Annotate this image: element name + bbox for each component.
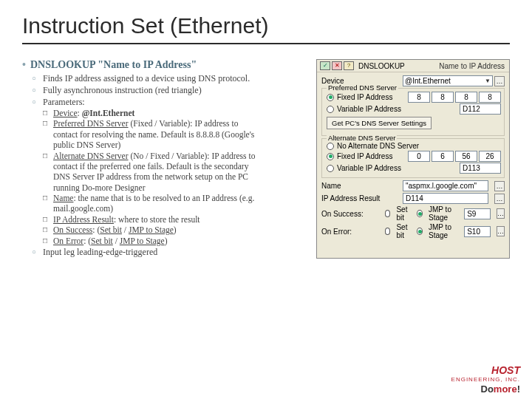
param-device: Device: @Int.Ethernet bbox=[53, 108, 313, 118]
radio-no-alt[interactable] bbox=[327, 143, 334, 150]
bullet-params: Parameters: Device: @Int.Ethernet Prefer… bbox=[43, 97, 313, 246]
param-succ: On Success: (Set bit / JMP to Stage) bbox=[53, 225, 313, 235]
device-picker-button[interactable]: … bbox=[494, 76, 505, 86]
err-stage-field[interactable]: S10 bbox=[464, 226, 491, 237]
device-combo[interactable]: @Int.Ethernet▼ bbox=[403, 75, 493, 86]
param-name: Name: the name that is to be resolved to… bbox=[53, 193, 313, 214]
ipresult-label: IP Address Result bbox=[321, 194, 398, 202]
ipresult-field[interactable]: D114 bbox=[403, 193, 488, 204]
ip-octet-4[interactable]: 8 bbox=[479, 92, 501, 103]
ip-octet-1[interactable]: 8 bbox=[408, 92, 430, 103]
bullet-async: Fully asynchronous instruction (red tria… bbox=[43, 85, 235, 96]
param-ipr: IP Address Result: where to store the re… bbox=[53, 214, 313, 225]
get-pc-dns-button[interactable]: Get PC's DNS Server Settings bbox=[327, 117, 432, 129]
ip-octet-2[interactable]: 8 bbox=[432, 92, 454, 103]
bullet-leg: Input leg leading-edge-triggered bbox=[43, 247, 313, 258]
err-radio-setbit[interactable] bbox=[385, 228, 391, 235]
param-pref: Preferred DNS Server (Fixed / Variable):… bbox=[53, 118, 260, 150]
ipresult-picker-button[interactable]: … bbox=[494, 194, 505, 204]
dnslookup-dialog: ✓ ✕ ? DNSLOOKUP Name to IP Address Devic… bbox=[316, 59, 510, 259]
var-ip-field[interactable]: D112 bbox=[460, 103, 501, 115]
onerror-label: On Error: bbox=[321, 228, 381, 236]
onsuccess-label: On Success: bbox=[321, 210, 381, 218]
cancel-button[interactable]: ✕ bbox=[332, 61, 342, 70]
footer-logo: HOSTENGINEERING, INC. Domore! bbox=[451, 364, 520, 395]
succ-stage-field[interactable]: S9 bbox=[464, 208, 491, 219]
param-err: On Error: (Set bit / JMP to Stage) bbox=[53, 236, 313, 246]
radio-variable-ip[interactable] bbox=[327, 106, 334, 113]
param-alt: Alternate DNS Server (No / Fixed / Varia… bbox=[53, 151, 260, 194]
err-radio-jmp[interactable] bbox=[417, 228, 423, 235]
err-picker-button[interactable]: … bbox=[497, 226, 505, 236]
succ-radio-jmp[interactable] bbox=[417, 210, 423, 217]
page-title: Instruction Set (Ethernet) bbox=[22, 13, 510, 44]
succ-picker-button[interactable]: … bbox=[497, 208, 505, 219]
help-button[interactable]: ? bbox=[344, 61, 354, 70]
name-label: Name bbox=[321, 182, 398, 190]
ip-octet-3[interactable]: 8 bbox=[455, 92, 477, 103]
alt-ip-1[interactable]: 0 bbox=[408, 151, 430, 162]
radio-alt-fixed[interactable] bbox=[327, 153, 334, 160]
alt-ip-2[interactable]: 6 bbox=[432, 151, 454, 162]
alternate-dns-group: Alternate DNS Server No Alternate DNS Se… bbox=[321, 138, 505, 178]
alt-ip-4[interactable]: 26 bbox=[479, 151, 501, 162]
succ-radio-setbit[interactable] bbox=[385, 210, 391, 217]
dialog-subtitle: Name to IP Address bbox=[406, 62, 506, 70]
main-bullet: •DNSLOOKUP "Name to IP Address" bbox=[22, 59, 313, 71]
bullet-finds: Finds IP address assigned to a device us… bbox=[43, 73, 265, 84]
preferred-dns-group: Preferred DNS Server Fixed IP Address 8 … bbox=[321, 88, 505, 136]
radio-alt-variable[interactable] bbox=[327, 165, 334, 172]
dialog-title: DNSLOOKUP bbox=[358, 62, 405, 70]
alt-ip-3[interactable]: 56 bbox=[455, 151, 477, 162]
name-field[interactable]: "aspmx.l.google.com" bbox=[403, 180, 488, 191]
name-picker-button[interactable]: … bbox=[494, 181, 505, 191]
ok-button[interactable]: ✓ bbox=[320, 61, 330, 70]
radio-fixed-ip[interactable] bbox=[327, 94, 334, 101]
alt-var-field[interactable]: D113 bbox=[460, 163, 501, 174]
chevron-down-icon: ▼ bbox=[485, 78, 491, 84]
